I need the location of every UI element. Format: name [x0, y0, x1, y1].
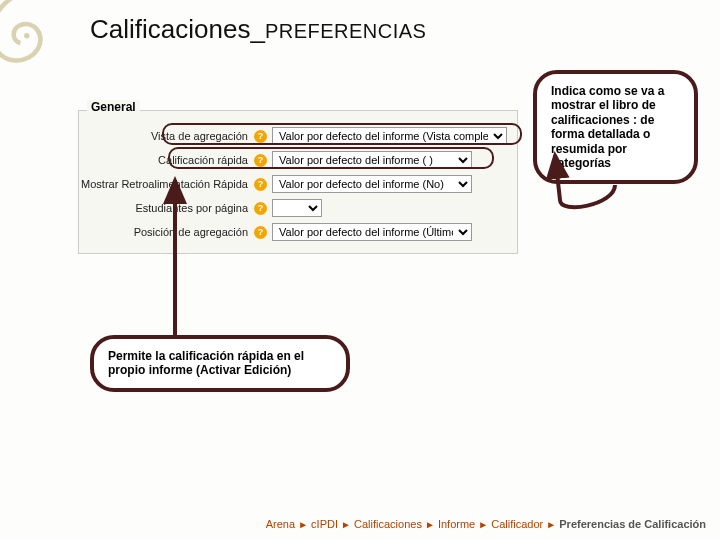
table-row: Vista de agregación ? Valor por defecto …: [79, 127, 517, 145]
breadcrumb: Arena ► cIPDI ► Calificaciones ► Informe…: [266, 518, 706, 530]
aggregation-view-select[interactable]: Valor por defecto del informe (Vista com…: [272, 127, 507, 145]
breadcrumb-item[interactable]: Calificaciones: [354, 518, 422, 530]
students-per-page-select[interactable]: [272, 199, 322, 217]
chevron-right-icon: ►: [478, 519, 488, 530]
svg-point-0: [24, 33, 29, 38]
settings-table: Vista de agregación ? Valor por defecto …: [79, 121, 517, 247]
breadcrumb-item[interactable]: Informe: [438, 518, 475, 530]
table-row: Calificación rápida ? Valor por defecto …: [79, 151, 517, 169]
swirl-decoration: [0, 0, 70, 70]
callout-quick-grading: Permite la calificación rápida en el pro…: [90, 335, 350, 392]
general-panel: General Vista de agregación ? Valor por …: [78, 110, 518, 254]
help-icon[interactable]: ?: [254, 202, 267, 215]
field-label: Calificación rápida: [79, 151, 254, 169]
aggregation-position-select[interactable]: Valor por defecto del informe (Último): [272, 223, 472, 241]
quick-grading-select[interactable]: Valor por defecto del informe ( ): [272, 151, 472, 169]
panel-legend: General: [87, 100, 140, 114]
breadcrumb-item[interactable]: Calificador: [491, 518, 543, 530]
breadcrumb-item[interactable]: Arena: [266, 518, 295, 530]
help-icon[interactable]: ?: [254, 154, 267, 167]
chevron-right-icon: ►: [341, 519, 351, 530]
field-label: Estudiantes por página: [79, 199, 254, 217]
table-row: Posición de agregación ? Valor por defec…: [79, 223, 517, 241]
chevron-right-icon: ►: [425, 519, 435, 530]
help-icon[interactable]: ?: [254, 226, 267, 239]
chevron-right-icon: ►: [546, 519, 556, 530]
field-label: Mostrar Retroalimentación Rápida: [79, 175, 254, 193]
callout-aggregation-view: Indica como se va a mostrar el libro de …: [533, 70, 698, 184]
chevron-right-icon: ►: [298, 519, 308, 530]
breadcrumb-item[interactable]: cIPDI: [311, 518, 338, 530]
help-icon[interactable]: ?: [254, 178, 267, 191]
page-title: Calificaciones_PREFERENCIAS: [90, 14, 426, 45]
quick-feedback-select[interactable]: Valor por defecto del informe (No): [272, 175, 472, 193]
title-suffix: PREFERENCIAS: [265, 20, 427, 42]
field-label: Vista de agregación: [79, 127, 254, 145]
table-row: Estudiantes por página ?: [79, 199, 517, 217]
field-label: Posición de agregación: [79, 223, 254, 241]
breadcrumb-current: Preferencias de Calificación: [559, 518, 706, 530]
help-icon[interactable]: ?: [254, 130, 267, 143]
title-main: Calificaciones_: [90, 14, 265, 44]
table-row: Mostrar Retroalimentación Rápida ? Valor…: [79, 175, 517, 193]
